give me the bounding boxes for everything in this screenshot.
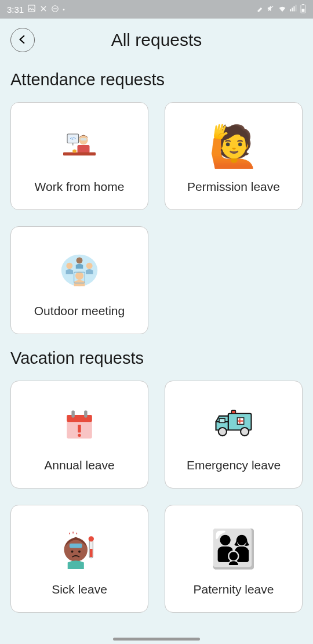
svg-point-33 [241, 428, 249, 436]
svg-rect-7 [302, 4, 304, 5]
svg-rect-5 [296, 5, 297, 11]
card-label: Sick leave [52, 583, 107, 596]
svg-point-20 [75, 272, 83, 280]
svg-rect-23 [67, 415, 92, 422]
svg-point-39 [89, 536, 94, 541]
calendar-alert-icon [60, 397, 99, 453]
svg-rect-4 [294, 6, 295, 12]
battery-icon [300, 4, 306, 15]
ambulance-icon [211, 397, 256, 453]
attendance-section: Attendance requests </> Work from home � [0, 56, 313, 334]
card-label: Paternity leave [194, 583, 274, 596]
card-label: Annual leave [44, 458, 114, 472]
svg-rect-0 [28, 5, 35, 12]
home-indicator [113, 638, 200, 641]
svg-rect-29 [219, 418, 225, 422]
mute-icon [267, 4, 275, 15]
header: All requests [0, 19, 313, 56]
svg-point-37 [78, 551, 81, 553]
svg-rect-31 [231, 410, 235, 414]
annual-leave-card[interactable]: Annual leave [10, 381, 148, 489]
vacation-section: Vacation requests Annual leave [0, 334, 313, 613]
status-bar: 3:31 • [0, 0, 313, 19]
outdoor-meeting-card[interactable]: Outdoor meeting [10, 226, 148, 334]
chevron-left-icon [17, 33, 28, 48]
attendance-section-title: Attendance requests [10, 70, 303, 89]
svg-point-27 [78, 434, 81, 437]
work-from-home-card[interactable]: </> Work from home [10, 102, 148, 210]
edit-icon [257, 5, 264, 15]
permission-leave-card[interactable]: 🙋 Permission leave [165, 102, 303, 210]
sick-leave-card[interactable]: Sick leave [10, 505, 148, 613]
svg-rect-3 [292, 8, 293, 11]
back-button[interactable] [10, 28, 35, 52]
meeting-icon [57, 243, 102, 298]
signal-icon [289, 4, 298, 15]
card-label: Permission leave [187, 180, 280, 194]
wifi-icon [278, 4, 287, 15]
svg-text:</>: </> [70, 136, 76, 140]
close-small-icon [39, 5, 48, 15]
svg-rect-40 [90, 549, 93, 557]
vacation-section-title: Vacation requests [10, 349, 303, 368]
svg-rect-14 [63, 153, 96, 156]
svg-point-19 [86, 263, 93, 269]
minus-circle-icon [51, 5, 59, 15]
svg-point-18 [77, 257, 83, 263]
svg-point-32 [219, 428, 227, 436]
card-label: Work from home [35, 180, 125, 194]
svg-rect-13 [78, 145, 90, 153]
card-label: Emergency leave [187, 458, 281, 472]
image-icon [27, 4, 36, 15]
paternity-leave-card[interactable]: 👨‍👩‍👦 Paternity leave [165, 505, 303, 613]
svg-rect-25 [84, 411, 87, 418]
svg-rect-12 [80, 138, 86, 140]
svg-point-36 [71, 551, 74, 553]
card-label: Outdoor meeting [34, 304, 125, 318]
svg-rect-24 [71, 411, 74, 418]
work-from-home-icon: </> [59, 119, 100, 174]
status-time: 3:31 [7, 5, 24, 15]
dot-icon: • [63, 6, 65, 13]
emergency-leave-card[interactable]: Emergency leave [165, 381, 303, 489]
svg-rect-26 [78, 425, 81, 433]
svg-point-17 [66, 263, 72, 269]
svg-rect-8 [302, 9, 305, 12]
svg-point-34 [64, 538, 88, 562]
svg-point-15 [72, 150, 77, 153]
raising-hand-icon: 🙋 [209, 119, 259, 174]
svg-rect-2 [290, 9, 291, 12]
sick-person-icon [57, 522, 102, 577]
page-title: All requests [10, 30, 303, 50]
family-icon: 👨‍👩‍👦 [210, 522, 257, 577]
svg-rect-35 [70, 544, 82, 548]
